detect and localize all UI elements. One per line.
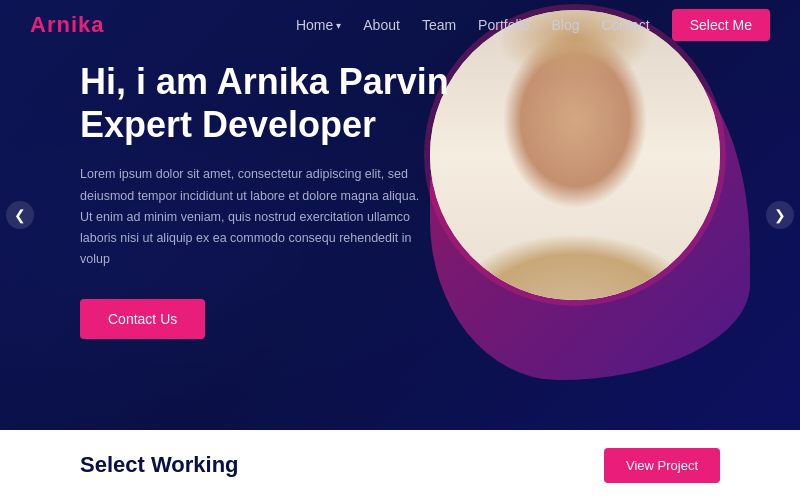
- hero-content: Hi, i am Arnika Parvin Expert Developer …: [80, 60, 449, 339]
- hero-description: Lorem ipsum dolor sit amet, consectetur …: [80, 164, 420, 270]
- prev-arrow[interactable]: ❮: [6, 201, 34, 229]
- logo-text-start: Arn: [30, 12, 71, 37]
- right-chevron-icon: ❯: [774, 207, 786, 223]
- bottom-bar: Select Working View Project: [0, 430, 800, 500]
- nav-portfolio[interactable]: Portfolio: [478, 17, 529, 33]
- navbar: Arnika Home About Team Portfolio Blog Co…: [0, 0, 800, 50]
- next-arrow[interactable]: ❯: [766, 201, 794, 229]
- select-me-button[interactable]: Select Me: [672, 9, 770, 41]
- left-chevron-icon: ❮: [14, 207, 26, 223]
- nav-about[interactable]: About: [363, 17, 400, 33]
- logo[interactable]: Arnika: [30, 12, 104, 38]
- bottom-section-title: Select Working: [80, 452, 239, 478]
- logo-text-highlight: ika: [71, 12, 105, 37]
- view-project-button[interactable]: View Project: [604, 448, 720, 483]
- profile-photo: [430, 10, 720, 300]
- hero-title: Hi, i am Arnika Parvin Expert Developer: [80, 60, 449, 146]
- nav-links: Home About Team Portfolio Blog Contact S…: [296, 9, 770, 41]
- nav-contact[interactable]: Contact: [602, 17, 650, 33]
- hero-title-line1: Hi, i am Arnika Parvin: [80, 61, 449, 102]
- nav-home[interactable]: Home: [296, 17, 341, 33]
- profile-image: [430, 10, 720, 300]
- contact-us-button[interactable]: Contact Us: [80, 299, 205, 339]
- hero-section: ❮ Hi, i am Arnika Parvin Expert Develope…: [0, 0, 800, 430]
- hero-title-line2: Expert Developer: [80, 104, 376, 145]
- nav-blog[interactable]: Blog: [551, 17, 579, 33]
- nav-team[interactable]: Team: [422, 17, 456, 33]
